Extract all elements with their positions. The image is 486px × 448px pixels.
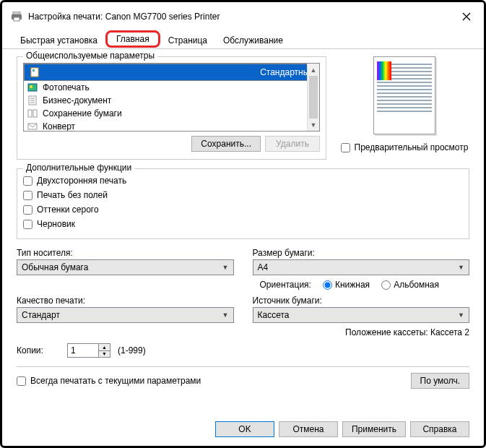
always-print-row[interactable]: Всегда печатать с текущими параметрами xyxy=(17,374,201,388)
cassette-position-note: Положение кассеты: Кассета 2 xyxy=(253,327,470,337)
tab-strip: Быстрая установка Главная Страница Обслу… xyxy=(2,31,484,49)
defaults-button[interactable]: По умолч. xyxy=(411,373,469,389)
tab-main[interactable]: Главная xyxy=(105,30,160,48)
pages-icon xyxy=(27,108,38,119)
preview-checkbox-label: Предварительный просмотр xyxy=(355,142,469,152)
chevron-down-icon: ▼ xyxy=(222,264,229,271)
grayscale-row[interactable]: Оттенки серого xyxy=(23,202,463,217)
additional-functions-group: Дополнительные функции Двухсторонняя печ… xyxy=(17,168,469,239)
svg-rect-2 xyxy=(14,17,19,21)
paper-source-label: Источник бумаги: xyxy=(253,296,470,306)
svg-point-8 xyxy=(30,85,32,88)
help-button[interactable]: Справка xyxy=(410,421,469,437)
paper-size-label: Размер бумаги: xyxy=(253,248,470,258)
svg-rect-13 xyxy=(28,110,32,117)
profiles-group: Общеиспользуемые параметры Стандартные Ф… xyxy=(17,56,326,160)
profile-item-photo[interactable]: Фотопечать xyxy=(24,81,319,94)
paper-size-select[interactable]: A4 ▼ xyxy=(253,259,470,275)
listbox-scrollbar[interactable]: ▲ ▼ xyxy=(307,64,319,131)
draft-row[interactable]: Черновик xyxy=(23,217,463,231)
dialog-footer: OK Отмена Применить Справка xyxy=(215,421,469,437)
close-icon xyxy=(462,12,471,21)
separator xyxy=(17,366,469,367)
apply-button[interactable]: Применить xyxy=(342,421,406,437)
draft-checkbox[interactable] xyxy=(23,220,32,229)
chevron-down-icon: ▼ xyxy=(222,311,229,319)
print-quality-label: Качество печати: xyxy=(17,296,234,306)
profile-item-business[interactable]: Бизнес-документ xyxy=(24,94,319,107)
profiles-listbox[interactable]: Стандартные Фотопечать Бизнес-документ xyxy=(23,63,320,132)
orientation-label: Ориентация: xyxy=(260,280,311,290)
grayscale-checkbox[interactable] xyxy=(23,205,32,215)
profile-item-envelope[interactable]: Конверт xyxy=(24,120,319,132)
media-type-label: Тип носителя: xyxy=(17,248,234,258)
preview-column: Предварительный просмотр xyxy=(339,56,469,155)
tab-quick-setup[interactable]: Быстрая установка xyxy=(12,32,105,49)
svg-rect-0 xyxy=(13,12,20,14)
spin-up-icon[interactable]: ▲ xyxy=(99,344,110,351)
document-lines-icon xyxy=(27,95,38,106)
dialog-window: Настройка печати: Canon MG7700 series Pr… xyxy=(0,0,486,448)
copies-input[interactable] xyxy=(68,344,98,357)
tab-service[interactable]: Обслуживание xyxy=(215,32,291,49)
always-print-checkbox[interactable] xyxy=(17,376,26,386)
duplex-checkbox[interactable] xyxy=(23,176,32,186)
envelope-icon xyxy=(27,121,38,132)
svg-rect-7 xyxy=(28,84,37,91)
close-button[interactable] xyxy=(458,8,475,25)
paper-preview xyxy=(373,56,435,134)
tab-content: Общеиспользуемые параметры Стандартные Ф… xyxy=(2,49,484,399)
scroll-up-icon[interactable]: ▲ xyxy=(308,64,319,76)
spin-down-icon[interactable]: ▼ xyxy=(99,351,110,358)
svg-rect-5 xyxy=(31,68,38,77)
orientation-landscape[interactable]: Альбомная xyxy=(381,280,439,290)
paper-source-select[interactable]: Кассета ▼ xyxy=(253,307,470,323)
cancel-button[interactable]: Отмена xyxy=(279,421,338,437)
svg-rect-6 xyxy=(32,69,35,72)
borderless-row[interactable]: Печать без полей xyxy=(23,188,463,202)
profile-item-paper-save[interactable]: Сохранение бумаги xyxy=(24,107,319,120)
preview-checkbox[interactable] xyxy=(341,143,350,152)
delete-profile-button[interactable]: Удалить xyxy=(265,136,320,152)
copies-range: (1-999) xyxy=(118,345,146,356)
printer-icon xyxy=(11,12,22,22)
title-bar: Настройка печати: Canon MG7700 series Pr… xyxy=(2,2,484,31)
chevron-down-icon: ▼ xyxy=(458,264,464,271)
media-type-select[interactable]: Обычная бумага ▼ xyxy=(17,259,234,275)
profile-item-standard[interactable]: Стандартные xyxy=(24,64,319,81)
copies-spinner[interactable]: ▲ ▼ xyxy=(67,343,110,358)
print-quality-select[interactable]: Стандарт ▼ xyxy=(17,307,234,323)
duplex-row[interactable]: Двухсторонняя печать xyxy=(23,173,463,188)
ok-button[interactable]: OK xyxy=(215,421,274,437)
photo-icon xyxy=(27,82,38,93)
tab-page[interactable]: Страница xyxy=(160,32,215,49)
save-profile-button[interactable]: Сохранить... xyxy=(191,136,261,152)
orientation-portrait[interactable]: Книжная xyxy=(323,280,370,290)
additional-functions-legend: Дополнительные функции xyxy=(23,163,134,173)
scroll-thumb[interactable] xyxy=(309,76,318,119)
borderless-checkbox[interactable] xyxy=(23,191,32,200)
copies-label: Копии: xyxy=(17,345,60,356)
color-block-icon xyxy=(377,61,391,80)
window-title: Настройка печати: Canon MG7700 series Pr… xyxy=(28,12,458,22)
chevron-down-icon: ▼ xyxy=(458,311,464,319)
document-icon xyxy=(29,66,40,78)
preview-checkbox-row[interactable]: Предварительный просмотр xyxy=(341,140,469,155)
profiles-legend: Общеиспользуемые параметры xyxy=(23,51,157,61)
svg-rect-14 xyxy=(33,110,37,117)
scroll-down-icon[interactable]: ▼ xyxy=(308,119,319,131)
